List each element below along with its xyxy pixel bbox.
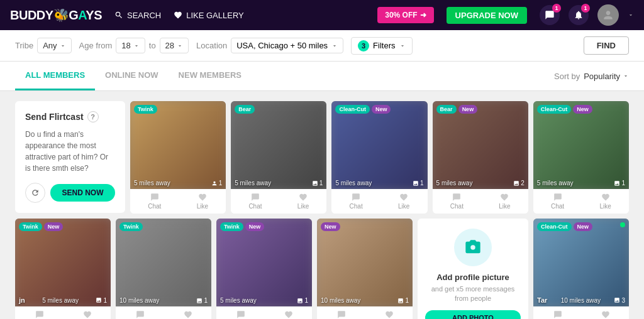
age-to-select[interactable]: 28 (160, 38, 189, 53)
card-photos: 1 (397, 297, 409, 304)
avatar-chevron (628, 12, 634, 18)
member-card-8-image: Twink New 5 miles away 1 (216, 219, 312, 306)
location-select[interactable]: USA, Chicago + 50 miles (231, 38, 343, 53)
like-button-8[interactable]: Like (283, 310, 294, 319)
sort-group: Sort by Popularity (554, 72, 629, 81)
member-card-6-image: Twink New jn 5 miles away 1 (15, 219, 111, 306)
tag-new: New (458, 105, 478, 114)
member-card-3: Clean-Cut New 5 miles away 1 Chat (331, 101, 427, 214)
like-button-4[interactable]: Like (499, 193, 510, 210)
tab-all-members[interactable]: ALL MEMBERS (15, 62, 95, 90)
member-card-4-image: Bear New 5 miles away 2 (433, 101, 528, 189)
member-card-1: Twink 5 miles away 1 Chat Like (130, 101, 226, 214)
notifications-button[interactable]: 1 (569, 5, 589, 25)
like-button-2[interactable]: Like (297, 193, 309, 210)
like-button-7[interactable]: Like (182, 310, 194, 319)
logo[interactable]: BUDDY🐝GAYS (10, 8, 102, 23)
tribe-filter: Tribe Any (15, 38, 72, 53)
chat-button-8[interactable]: Chat (234, 310, 247, 319)
like-button-10[interactable]: Like (600, 310, 611, 319)
refresh-button[interactable] (25, 183, 45, 203)
tag-twink: Twink (220, 222, 243, 231)
card-distance: 10 miles away (321, 297, 360, 304)
flirtcast-card: Send Flirtcast ? Do u find a man's appea… (15, 101, 125, 213)
card-photos: 1 (413, 180, 424, 187)
member-card-9-image: New 10 miles away 1 (317, 219, 413, 306)
filters-button[interactable]: 3 Filters (351, 37, 412, 55)
tag-cleancut: Clean-Cut (537, 222, 572, 231)
flirtcast-help-icon[interactable]: ? (87, 111, 99, 122)
member-card-8: Twink New 5 miles away 1 Chat (216, 219, 312, 319)
filters-count: 3 (358, 40, 369, 51)
messages-button[interactable]: 1 (540, 5, 560, 25)
card-photos: 1 (196, 297, 208, 304)
tag-new: New (245, 222, 265, 231)
like-button-9[interactable]: Like (384, 310, 395, 319)
tab-online-now[interactable]: ONLINE NOW (95, 62, 169, 90)
logo-text: BUDDY🐝GAYS (10, 8, 102, 23)
camera-icon-circle (454, 229, 492, 266)
tag-cleancut: Clean-Cut (537, 105, 572, 114)
chat-button-10[interactable]: Chat (551, 310, 564, 319)
card-distance: 5 miles away (537, 180, 574, 187)
member-card-9: New 10 miles away 1 Chat Like (317, 219, 413, 319)
add-profile-title: Add profile picture (436, 273, 509, 282)
member-card-2: Bear 5 miles away 1 Chat Like (231, 101, 326, 214)
tabs-bar: ALL MEMBERS ONLINE NOW NEW MEMBERS Sort … (0, 62, 644, 91)
chat-button-1[interactable]: Chat (148, 193, 161, 210)
header: BUDDY🐝GAYS SEARCH LIKE GALLERY 30% OFF ➜… (0, 0, 644, 30)
like-button-3[interactable]: Like (398, 193, 409, 210)
sale-button[interactable]: 30% OFF ➜ (377, 7, 433, 23)
like-button-1[interactable]: Like (197, 193, 208, 210)
member-card-3-image: Clean-Cut New 5 miles away 1 (331, 101, 427, 189)
card-distance: 5 miles away (134, 180, 170, 187)
card-name: Tar (537, 296, 547, 304)
member-card-4: Bear New 5 miles away 2 Chat (433, 101, 528, 214)
tribe-select[interactable]: Any (37, 38, 71, 53)
chat-button-6[interactable]: Chat (33, 310, 46, 319)
card-photos: 1 (297, 297, 308, 304)
like-button-6[interactable]: Like (82, 310, 93, 319)
tribe-label: Tribe (15, 41, 33, 50)
card-photos: 1 (312, 180, 323, 187)
chat-button-2[interactable]: Chat (248, 193, 262, 210)
sort-select[interactable]: Popularity (584, 72, 629, 81)
chat-button-7[interactable]: Chat (133, 310, 147, 319)
nav-search[interactable]: SEARCH (114, 11, 161, 20)
member-card-6: Twink New jn 5 miles away 1 Chat (15, 219, 111, 319)
find-button[interactable]: FIND (584, 36, 629, 55)
nav-like-gallery[interactable]: LIKE GALLERY (174, 11, 244, 20)
tag-twink: Twink (119, 222, 143, 231)
flirtcast-title: Send Flirtcast ? (25, 111, 115, 122)
card-photos: 3 (614, 297, 625, 304)
tag-cleancut: Clean-Cut (335, 105, 370, 114)
online-indicator (620, 222, 625, 227)
chat-button-3[interactable]: Chat (350, 193, 363, 210)
members-row-2: Twink New jn 5 miles away 1 Chat (15, 219, 629, 319)
tab-new-members[interactable]: NEW MEMBERS (169, 62, 252, 90)
filter-bar: Tribe Any Age from 18 to 28 Location USA… (0, 30, 644, 62)
card-distance: 5 miles away (235, 180, 271, 187)
card-distance: 5 miles away (335, 180, 372, 187)
member-card-10: Clean-Cut New Tar 10 miles away 3 Chat (533, 219, 629, 319)
chat-button-9[interactable]: Chat (335, 310, 348, 319)
user-avatar[interactable] (597, 4, 619, 26)
location-filter: Location USA, Chicago + 50 miles (196, 38, 343, 53)
age-to-label: to (149, 41, 156, 50)
member-card-5-image: Clean-Cut New 5 miles away 1 (533, 101, 629, 189)
like-button-5[interactable]: Like (599, 193, 611, 210)
card-distance: 10 miles away (561, 297, 601, 304)
member-card-2-image: Bear 5 miles away 1 (231, 101, 326, 189)
add-photo-button[interactable]: ADD PHOTO (425, 310, 521, 319)
members-row-1: Send Flirtcast ? Do u find a man's appea… (15, 101, 629, 214)
chat-button-4[interactable]: Chat (450, 193, 464, 210)
tag-bear: Bear (436, 105, 457, 114)
messages-badge: 1 (552, 4, 561, 13)
flirtcast-actions: SEND NOW (25, 183, 115, 203)
upgrade-button[interactable]: UPGRADE NOW (447, 7, 527, 24)
chat-button-5[interactable]: Chat (551, 193, 564, 210)
notif-badge: 1 (581, 4, 590, 13)
send-now-button[interactable]: SEND NOW (50, 184, 115, 202)
card-distance: 5 miles away (220, 297, 257, 304)
age-from-select[interactable]: 18 (116, 38, 145, 53)
